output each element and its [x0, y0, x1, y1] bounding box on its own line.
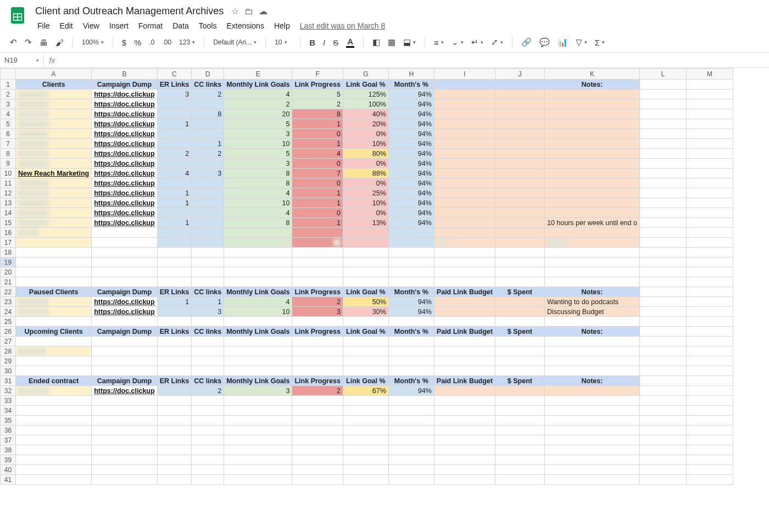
cell-J22[interactable]: $ Spent	[495, 287, 544, 297]
cell-F36[interactable]	[292, 425, 343, 435]
cell-J36[interactable]	[495, 425, 544, 435]
cell-J29[interactable]	[495, 356, 544, 366]
cell-F9[interactable]: 0	[292, 159, 343, 169]
row-header-33[interactable]: 33	[1, 396, 16, 406]
cell-I16[interactable]	[434, 228, 495, 238]
cell-F13[interactable]: 1	[292, 198, 343, 208]
cell-L17[interactable]	[639, 238, 686, 248]
cell-C33[interactable]	[157, 396, 192, 406]
cell-K20[interactable]	[544, 267, 639, 277]
cell-B28[interactable]	[92, 346, 157, 356]
cell-G38[interactable]	[343, 445, 388, 455]
cell-G23[interactable]: 50%	[343, 297, 388, 307]
cell-F2[interactable]: 5	[292, 89, 343, 99]
cell-K16[interactable]	[544, 228, 639, 238]
cell-K3[interactable]	[544, 99, 639, 109]
cell-F25[interactable]	[292, 317, 343, 327]
cell-L16[interactable]	[639, 228, 686, 238]
cell-C31[interactable]: ER Links	[157, 376, 192, 386]
cell-F4[interactable]: 8	[292, 109, 343, 119]
cell-I32[interactable]	[434, 386, 495, 396]
cell-D32[interactable]: 2	[192, 386, 224, 396]
cell-E28[interactable]	[224, 346, 292, 356]
wrap-icon[interactable]: ↵	[471, 37, 483, 47]
cell-B24[interactable]: https://doc.clickup	[92, 307, 157, 317]
menu-file[interactable]: File	[33, 19, 54, 32]
cell-B6[interactable]: https://doc.clickup	[92, 129, 157, 139]
cell-C1[interactable]: ER Links	[157, 80, 192, 89]
cell-K11[interactable]	[544, 178, 639, 188]
cell-H39[interactable]	[388, 455, 434, 465]
cell-F33[interactable]	[292, 396, 343, 406]
cell-E24[interactable]: 10	[224, 307, 292, 317]
cell-A21[interactable]	[16, 277, 92, 287]
cell-F11[interactable]: 0	[292, 178, 343, 188]
cell-D21[interactable]	[192, 277, 224, 287]
cell-I39[interactable]	[434, 455, 495, 465]
cell-A12[interactable]: xxxxxxxxx	[16, 188, 92, 198]
cell-K30[interactable]	[544, 366, 639, 376]
cell-F7[interactable]: 1	[292, 139, 343, 149]
cell-G30[interactable]	[343, 366, 388, 376]
cell-M2[interactable]	[686, 89, 733, 99]
cell-F27[interactable]	[292, 337, 343, 346]
row-header-16[interactable]: 16	[1, 228, 16, 238]
cell-I40[interactable]	[434, 465, 495, 475]
cell-E12[interactable]: 4	[224, 188, 292, 198]
cell-I5[interactable]	[434, 119, 495, 129]
cell-E22[interactable]: Monthly Link Goals	[224, 287, 292, 297]
cell-M12[interactable]	[686, 188, 733, 198]
cell-A36[interactable]	[16, 425, 92, 435]
cell-C19[interactable]	[157, 257, 192, 267]
cell-H22[interactable]: Month's %	[388, 287, 434, 297]
cell-C18[interactable]	[157, 248, 192, 257]
cell-B12[interactable]: https://doc.clickup	[92, 188, 157, 198]
cell-L35[interactable]	[639, 416, 686, 425]
cell-L13[interactable]	[639, 198, 686, 208]
cell-E11[interactable]: 8	[224, 178, 292, 188]
cell-D9[interactable]	[192, 159, 224, 169]
cell-B34[interactable]	[92, 406, 157, 416]
cell-H6[interactable]: 94%	[388, 129, 434, 139]
col-header-M[interactable]: M	[686, 69, 733, 80]
cell-M41[interactable]	[686, 475, 733, 485]
cell-M5[interactable]	[686, 119, 733, 129]
cell-L34[interactable]	[639, 406, 686, 416]
cell-H17[interactable]	[388, 238, 434, 248]
cell-M16[interactable]	[686, 228, 733, 238]
cell-I34[interactable]	[434, 406, 495, 416]
cell-C17[interactable]	[157, 238, 192, 248]
row-header-8[interactable]: 8	[1, 149, 16, 159]
cell-C23[interactable]: 1	[157, 297, 192, 307]
cell-J1[interactable]	[495, 80, 544, 89]
cell-G1[interactable]: Link Goal %	[343, 80, 388, 89]
cell-M9[interactable]	[686, 159, 733, 169]
col-header-C[interactable]: C	[157, 69, 192, 80]
cell-J31[interactable]: $ Spent	[495, 376, 544, 386]
cell-C15[interactable]: 1	[157, 218, 192, 228]
cell-C30[interactable]	[157, 366, 192, 376]
cell-F19[interactable]	[292, 257, 343, 267]
comment-icon[interactable]: 💬	[539, 37, 550, 47]
cell-G41[interactable]	[343, 475, 388, 485]
cell-C22[interactable]: ER Links	[157, 287, 192, 297]
cell-B9[interactable]: https://doc.clickup	[92, 159, 157, 169]
cell-M18[interactable]	[686, 248, 733, 257]
cell-D10[interactable]: 3	[192, 169, 224, 178]
cell-J12[interactable]	[495, 188, 544, 198]
menu-view[interactable]: View	[79, 19, 104, 32]
functions-icon[interactable]: Σ	[595, 38, 605, 47]
cell-M37[interactable]	[686, 435, 733, 445]
cell-I20[interactable]	[434, 267, 495, 277]
cell-L21[interactable]	[639, 277, 686, 287]
cell-C20[interactable]	[157, 267, 192, 277]
cell-E33[interactable]	[224, 396, 292, 406]
sheets-logo[interactable]	[7, 4, 29, 26]
doc-title[interactable]: Client and Outreach Management Archives	[33, 4, 226, 18]
cell-G26[interactable]: Link Goal %	[343, 327, 388, 337]
strikethrough-icon[interactable]: S	[333, 38, 338, 47]
cell-K12[interactable]	[544, 188, 639, 198]
cell-C14[interactable]	[157, 208, 192, 218]
cell-E35[interactable]	[224, 416, 292, 425]
cell-J5[interactable]	[495, 119, 544, 129]
